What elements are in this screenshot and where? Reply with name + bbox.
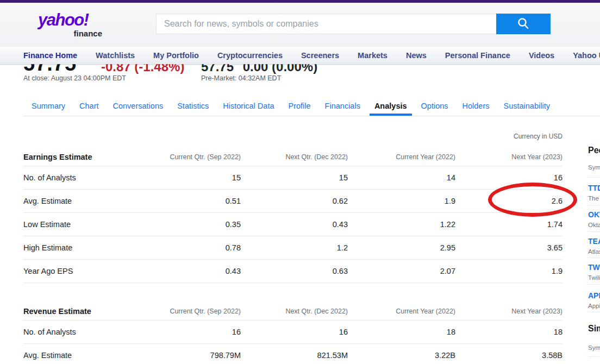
cell-value: 0.51 xyxy=(226,197,241,205)
cell-value: 14 xyxy=(447,173,455,182)
symbol-column-label: Symbol xyxy=(588,344,600,351)
revenue-table-header: Revenue Estimate Current Qtr. (Sep 2022)… xyxy=(23,301,562,321)
cell-value: 1.9 xyxy=(445,197,455,205)
col-current-qtr: Current Qtr. (Sep 2022) xyxy=(170,307,241,315)
cell-value: 0.35 xyxy=(226,220,241,229)
cell-value: 1.9 xyxy=(552,267,562,275)
col-next-qtr: Next Qtr. (Dec 2022) xyxy=(285,307,348,315)
sidebar-symbol-appn[interactable]: APPN xyxy=(588,291,600,300)
nav-personal-finance[interactable]: Personal Finance xyxy=(445,51,510,60)
cell-value: 3.58B xyxy=(542,351,562,360)
quote-tabs: Summary Chart Conversations Statistics H… xyxy=(23,97,600,116)
table-row: No. of Analysts 16 16 18 18 xyxy=(23,321,562,344)
search-icon xyxy=(516,17,530,31)
divider xyxy=(588,312,600,312)
cell-value: 2.95 xyxy=(440,243,455,252)
similar-section-title: Similar to xyxy=(588,324,600,334)
tab-chart[interactable]: Chart xyxy=(79,97,98,116)
cell-value: 16 xyxy=(554,173,562,182)
cell-value: 0.78 xyxy=(226,243,241,252)
col-current-year: Current Year (2022) xyxy=(396,153,455,161)
sidebar-name-team: Atlassian Corporation Plc xyxy=(588,248,600,255)
cell-value: 0.43 xyxy=(226,267,241,275)
tab-sustainability[interactable]: Sustainability xyxy=(504,97,550,116)
search-button[interactable] xyxy=(496,14,551,34)
earnings-table-title: Earnings Estimate xyxy=(23,153,92,161)
table-row: No. of Analysts 15 15 14 16 xyxy=(23,166,562,190)
cell-value: 821.53M xyxy=(317,351,348,360)
nav-cryptocurrencies[interactable]: Cryptocurrencies xyxy=(217,51,283,60)
divider xyxy=(588,231,600,232)
table-row: Low Estimate 0.35 0.43 1.22 1.74 xyxy=(23,213,562,236)
people-also-watch-title: People Also Watch xyxy=(588,146,600,155)
nav-watchlists[interactable]: Watchlists xyxy=(96,51,135,60)
nav-yahoo-u[interactable]: Yahoo U xyxy=(573,51,600,60)
revenue-table-title: Revenue Estimate xyxy=(23,307,91,316)
cell-value: 15 xyxy=(232,173,241,182)
divider xyxy=(588,284,600,285)
nav-news[interactable]: News xyxy=(406,51,427,60)
tab-historical-data[interactable]: Historical Data xyxy=(223,97,274,116)
nav-markets[interactable]: Markets xyxy=(358,51,388,60)
sidebar-name-appn: Appian Corporation xyxy=(588,303,600,309)
yahoo-finance-analysis-page: 57.75 -0.87 (-1.48%) 57.75 0.00 (0.00%) … xyxy=(0,0,600,364)
nav-finance-home[interactable]: Finance Home xyxy=(23,51,77,60)
table-row: Avg. Estimate 798.79M 821.53M 3.22B 3.58… xyxy=(23,344,562,364)
nav-my-portfolio[interactable]: My Portfolio xyxy=(153,51,199,60)
table-row: Avg. Estimate 0.51 0.62 1.9 2.6 xyxy=(23,190,562,213)
table-row: High Estimate 0.78 1.2 2.95 3.65 xyxy=(23,236,562,260)
cell-value: 2.07 xyxy=(440,267,455,275)
row-label: Year Ago EPS xyxy=(23,267,73,275)
col-next-year: Next Year (2023) xyxy=(511,307,562,315)
currency-note: Currency in USD xyxy=(514,133,562,140)
tab-conversations[interactable]: Conversations xyxy=(113,97,164,116)
sidebar-symbol-ttd[interactable]: TTD xyxy=(588,184,600,192)
col-next-year: Next Year (2023) xyxy=(511,153,562,161)
cell-value: 3.22B xyxy=(435,351,455,360)
premarket-note: Pre-Market: 04:32AM EDT xyxy=(201,74,281,82)
nav-screeners[interactable]: Screeners xyxy=(301,51,339,60)
tab-holders[interactable]: Holders xyxy=(462,97,490,116)
tab-summary[interactable]: Summary xyxy=(32,97,65,116)
cell-value: 18 xyxy=(447,328,455,336)
logo-finance-text: finance xyxy=(73,29,102,38)
divider xyxy=(588,356,600,357)
yahoo-finance-logo[interactable]: yahoo! finance xyxy=(38,10,103,39)
sidebar-name-ttd: The Trade Desk, Inc. xyxy=(588,195,600,202)
cell-value: 798.79M xyxy=(210,351,241,360)
row-label: Low Estimate xyxy=(23,220,71,229)
main-nav: Finance Home Watchlists My Portfolio Cry… xyxy=(0,47,600,64)
header: yahoo! finance xyxy=(0,3,600,47)
divider xyxy=(588,258,600,258)
table-row: Year Ago EPS 0.43 0.63 2.07 1.9 xyxy=(23,260,562,283)
cell-value: 0.43 xyxy=(333,220,348,229)
tab-analysis[interactable]: Analysis xyxy=(370,97,412,116)
cell-value: 15 xyxy=(339,173,348,182)
at-close-note: At close: August 23 04:00PM EDT xyxy=(23,74,126,82)
top-accent-bar xyxy=(0,0,600,3)
cell-value: 1.2 xyxy=(337,243,348,252)
row-label: Avg. Estimate xyxy=(23,197,72,205)
col-current-qtr: Current Qtr. (Sep 2022) xyxy=(170,153,241,161)
nav-videos[interactable]: Videos xyxy=(529,51,554,60)
cell-value: 16 xyxy=(232,328,241,336)
cell-value-circled: 2.6 xyxy=(552,197,562,205)
tab-options[interactable]: Options xyxy=(421,97,448,116)
tab-profile[interactable]: Profile xyxy=(289,97,311,116)
divider xyxy=(588,177,600,178)
row-label: Avg. Estimate xyxy=(23,351,72,360)
row-label: No. of Analysts xyxy=(23,173,76,182)
cell-value: 0.62 xyxy=(333,197,348,205)
cell-value: 1.22 xyxy=(440,220,455,229)
tab-statistics[interactable]: Statistics xyxy=(177,97,209,116)
col-current-year: Current Year (2022) xyxy=(396,307,455,315)
sidebar-symbol-twlo[interactable]: TWLO xyxy=(588,263,600,272)
search-input[interactable] xyxy=(156,14,496,34)
sidebar-symbol-okta[interactable]: OKTA xyxy=(588,210,600,219)
sidebar-symbol-team[interactable]: TEAM xyxy=(588,237,600,246)
cell-value: 3.65 xyxy=(547,243,562,252)
row-label: High Estimate xyxy=(23,243,72,252)
revenue-estimate-table: Revenue Estimate Current Qtr. (Sep 2022)… xyxy=(23,301,562,364)
col-next-qtr: Next Qtr. (Dec 2022) xyxy=(285,153,348,161)
tab-financials[interactable]: Financials xyxy=(325,97,360,116)
